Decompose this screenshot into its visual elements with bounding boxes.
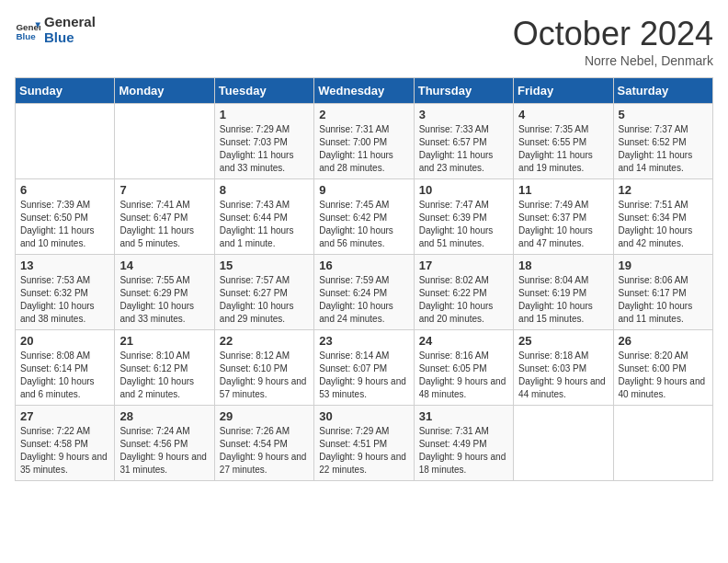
day-info: Sunrise: 8:16 AMSunset: 6:05 PMDaylight:… <box>419 350 506 399</box>
day-info: Sunrise: 7:24 AMSunset: 4:56 PMDaylight:… <box>119 426 207 475</box>
calendar-cell: 30Sunrise: 7:29 AMSunset: 4:51 PMDayligh… <box>314 406 414 481</box>
calendar-cell: 1Sunrise: 7:29 AMSunset: 7:03 PMDaylight… <box>214 104 313 179</box>
day-info: Sunrise: 8:20 AMSunset: 6:00 PMDaylight:… <box>619 350 706 399</box>
col-header-wednesday: Wednesday <box>314 78 414 104</box>
calendar-cell: 10Sunrise: 7:47 AMSunset: 6:39 PMDayligh… <box>414 179 513 255</box>
day-number: 19 <box>619 259 708 272</box>
calendar-cell: 19Sunrise: 8:06 AMSunset: 6:17 PMDayligh… <box>613 255 712 330</box>
day-number: 13 <box>20 259 109 272</box>
day-number: 27 <box>20 409 109 423</box>
col-header-monday: Monday <box>115 78 214 104</box>
day-info: Sunrise: 7:43 AMSunset: 6:44 PMDaylight:… <box>220 200 294 248</box>
day-number: 12 <box>619 183 708 197</box>
day-info: Sunrise: 8:04 AMSunset: 6:19 PMDaylight:… <box>518 275 593 324</box>
day-number: 28 <box>119 409 209 423</box>
day-number: 15 <box>220 259 309 272</box>
col-header-sunday: Sunday <box>16 78 115 104</box>
day-info: Sunrise: 8:06 AMSunset: 6:17 PMDaylight:… <box>619 275 693 324</box>
calendar-cell: 20Sunrise: 8:08 AMSunset: 6:14 PMDayligh… <box>16 330 115 406</box>
day-number: 18 <box>518 259 608 272</box>
day-number: 21 <box>119 334 209 348</box>
calendar-cell: 4Sunrise: 7:35 AMSunset: 6:55 PMDaylight… <box>514 104 613 179</box>
day-info: Sunrise: 7:45 AMSunset: 6:42 PMDaylight:… <box>319 200 393 248</box>
calendar-cell <box>613 406 712 481</box>
day-info: Sunrise: 7:33 AMSunset: 6:57 PMDaylight:… <box>419 124 494 173</box>
calendar-cell: 28Sunrise: 7:24 AMSunset: 4:56 PMDayligh… <box>115 406 214 481</box>
calendar-cell: 6Sunrise: 7:39 AMSunset: 6:50 PMDaylight… <box>16 179 115 255</box>
day-number: 22 <box>220 334 309 348</box>
calendar-table: SundayMondayTuesdayWednesdayThursdayFrid… <box>15 77 713 481</box>
calendar-cell <box>16 104 115 179</box>
day-info: Sunrise: 7:37 AMSunset: 6:52 PMDaylight:… <box>619 124 693 173</box>
calendar-cell: 16Sunrise: 7:59 AMSunset: 6:24 PMDayligh… <box>314 255 414 330</box>
calendar-cell: 9Sunrise: 7:45 AMSunset: 6:42 PMDaylight… <box>314 179 414 255</box>
day-number: 2 <box>319 108 408 121</box>
day-number: 29 <box>220 409 309 423</box>
day-info: Sunrise: 8:14 AMSunset: 6:07 PMDaylight:… <box>319 350 406 399</box>
logo-blue: Blue <box>44 30 96 46</box>
logo: General Blue General Blue <box>15 15 96 45</box>
calendar-cell: 2Sunrise: 7:31 AMSunset: 7:00 PMDaylight… <box>314 104 414 179</box>
calendar-cell: 14Sunrise: 7:55 AMSunset: 6:29 PMDayligh… <box>115 255 214 330</box>
day-info: Sunrise: 7:31 AMSunset: 7:00 PMDaylight:… <box>319 124 393 173</box>
calendar-cell <box>115 104 214 179</box>
day-number: 16 <box>319 259 408 272</box>
calendar-cell: 5Sunrise: 7:37 AMSunset: 6:52 PMDaylight… <box>613 104 712 179</box>
day-info: Sunrise: 7:47 AMSunset: 6:39 PMDaylight:… <box>419 200 494 248</box>
calendar-cell: 25Sunrise: 8:18 AMSunset: 6:03 PMDayligh… <box>514 330 613 406</box>
day-info: Sunrise: 8:02 AMSunset: 6:22 PMDaylight:… <box>419 275 494 324</box>
day-info: Sunrise: 8:08 AMSunset: 6:14 PMDaylight:… <box>20 350 95 399</box>
calendar-cell: 21Sunrise: 8:10 AMSunset: 6:12 PMDayligh… <box>115 330 214 406</box>
day-number: 11 <box>518 183 608 197</box>
calendar-cell: 8Sunrise: 7:43 AMSunset: 6:44 PMDaylight… <box>214 179 313 255</box>
calendar-cell: 17Sunrise: 8:02 AMSunset: 6:22 PMDayligh… <box>414 255 513 330</box>
day-info: Sunrise: 7:51 AMSunset: 6:34 PMDaylight:… <box>619 200 693 248</box>
day-number: 3 <box>419 108 508 121</box>
day-info: Sunrise: 7:26 AMSunset: 4:54 PMDaylight:… <box>220 426 307 475</box>
day-number: 10 <box>419 183 508 197</box>
day-number: 23 <box>319 334 408 348</box>
calendar-cell <box>514 406 613 481</box>
day-info: Sunrise: 7:55 AMSunset: 6:29 PMDaylight:… <box>119 275 194 324</box>
col-header-saturday: Saturday <box>613 78 712 104</box>
col-header-thursday: Thursday <box>414 78 513 104</box>
col-header-tuesday: Tuesday <box>214 78 313 104</box>
calendar-cell: 27Sunrise: 7:22 AMSunset: 4:58 PMDayligh… <box>16 406 115 481</box>
day-number: 20 <box>20 334 109 348</box>
calendar-cell: 15Sunrise: 7:57 AMSunset: 6:27 PMDayligh… <box>214 255 313 330</box>
svg-text:Blue: Blue <box>16 30 36 40</box>
day-info: Sunrise: 7:39 AMSunset: 6:50 PMDaylight:… <box>20 200 95 248</box>
month-title: October 2024 <box>513 15 713 53</box>
day-info: Sunrise: 7:49 AMSunset: 6:37 PMDaylight:… <box>518 200 593 248</box>
page-header: General Blue General Blue October 2024 N… <box>15 15 713 68</box>
day-number: 30 <box>319 409 408 423</box>
calendar-cell: 23Sunrise: 8:14 AMSunset: 6:07 PMDayligh… <box>314 330 414 406</box>
col-header-friday: Friday <box>514 78 613 104</box>
day-number: 31 <box>419 409 508 423</box>
day-number: 6 <box>20 183 109 197</box>
calendar-cell: 12Sunrise: 7:51 AMSunset: 6:34 PMDayligh… <box>613 179 712 255</box>
location-title: Norre Nebel, Denmark <box>513 53 713 68</box>
day-info: Sunrise: 8:18 AMSunset: 6:03 PMDaylight:… <box>518 350 606 399</box>
calendar-cell: 11Sunrise: 7:49 AMSunset: 6:37 PMDayligh… <box>514 179 613 255</box>
day-info: Sunrise: 7:57 AMSunset: 6:27 PMDaylight:… <box>220 275 294 324</box>
day-info: Sunrise: 8:10 AMSunset: 6:12 PMDaylight:… <box>119 350 194 399</box>
day-info: Sunrise: 8:12 AMSunset: 6:10 PMDaylight:… <box>220 350 307 399</box>
day-info: Sunrise: 7:41 AMSunset: 6:47 PMDaylight:… <box>119 200 194 248</box>
calendar-cell: 7Sunrise: 7:41 AMSunset: 6:47 PMDaylight… <box>115 179 214 255</box>
day-info: Sunrise: 7:35 AMSunset: 6:55 PMDaylight:… <box>518 124 593 173</box>
day-number: 24 <box>419 334 508 348</box>
calendar-cell: 13Sunrise: 7:53 AMSunset: 6:32 PMDayligh… <box>16 255 115 330</box>
day-number: 1 <box>220 108 309 121</box>
day-info: Sunrise: 7:29 AMSunset: 7:03 PMDaylight:… <box>220 124 294 173</box>
day-number: 7 <box>119 183 209 197</box>
title-area: October 2024 Norre Nebel, Denmark <box>513 15 713 68</box>
day-number: 14 <box>119 259 209 272</box>
day-info: Sunrise: 7:59 AMSunset: 6:24 PMDaylight:… <box>319 275 393 324</box>
day-number: 9 <box>319 183 408 197</box>
calendar-cell: 18Sunrise: 8:04 AMSunset: 6:19 PMDayligh… <box>514 255 613 330</box>
day-number: 5 <box>619 108 708 121</box>
day-number: 25 <box>518 334 608 348</box>
calendar-cell: 31Sunrise: 7:31 AMSunset: 4:49 PMDayligh… <box>414 406 513 481</box>
calendar-cell: 3Sunrise: 7:33 AMSunset: 6:57 PMDaylight… <box>414 104 513 179</box>
